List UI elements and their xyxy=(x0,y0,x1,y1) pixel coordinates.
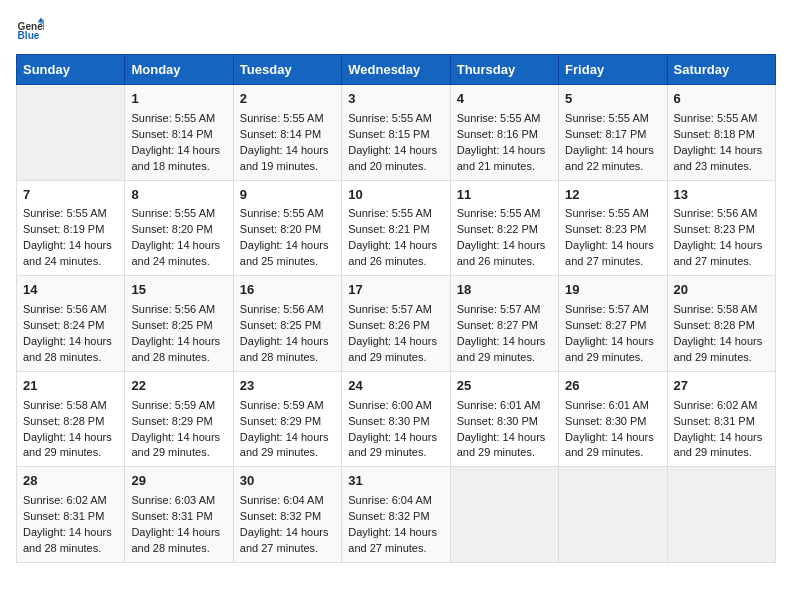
day-number: 5 xyxy=(565,90,660,109)
sunrise: Sunrise: 5:58 AM xyxy=(23,399,107,411)
sunset: Sunset: 8:20 PM xyxy=(240,223,321,235)
sunset: Sunset: 8:27 PM xyxy=(565,319,646,331)
day-number: 3 xyxy=(348,90,443,109)
daylight: Daylight: 14 hours and 20 minutes. xyxy=(348,144,437,172)
day-number: 23 xyxy=(240,377,335,396)
day-number: 20 xyxy=(674,281,769,300)
daylight: Daylight: 14 hours and 27 minutes. xyxy=(348,526,437,554)
sunset: Sunset: 8:24 PM xyxy=(23,319,104,331)
daylight: Daylight: 14 hours and 29 minutes. xyxy=(457,431,546,459)
sunset: Sunset: 8:30 PM xyxy=(348,415,429,427)
svg-text:Blue: Blue xyxy=(18,30,40,41)
daylight: Daylight: 14 hours and 29 minutes. xyxy=(565,335,654,363)
sunrise: Sunrise: 5:58 AM xyxy=(674,303,758,315)
day-number: 31 xyxy=(348,472,443,491)
day-number: 21 xyxy=(23,377,118,396)
day-number: 17 xyxy=(348,281,443,300)
sunset: Sunset: 8:32 PM xyxy=(240,510,321,522)
day-number: 1 xyxy=(131,90,226,109)
daylight: Daylight: 14 hours and 29 minutes. xyxy=(674,335,763,363)
sunrise: Sunrise: 5:59 AM xyxy=(240,399,324,411)
sunrise: Sunrise: 6:01 AM xyxy=(565,399,649,411)
sunset: Sunset: 8:25 PM xyxy=(240,319,321,331)
daylight: Daylight: 14 hours and 29 minutes. xyxy=(348,431,437,459)
sunrise: Sunrise: 6:01 AM xyxy=(457,399,541,411)
week-row-3: 21Sunrise: 5:58 AMSunset: 8:28 PMDayligh… xyxy=(17,371,776,467)
day-number: 22 xyxy=(131,377,226,396)
day-number: 19 xyxy=(565,281,660,300)
sunrise: Sunrise: 6:02 AM xyxy=(23,494,107,506)
day-number: 28 xyxy=(23,472,118,491)
sunset: Sunset: 8:23 PM xyxy=(565,223,646,235)
sunrise: Sunrise: 5:55 AM xyxy=(240,112,324,124)
sunset: Sunset: 8:29 PM xyxy=(131,415,212,427)
day-number: 7 xyxy=(23,186,118,205)
calendar-cell: 31Sunrise: 6:04 AMSunset: 8:32 PMDayligh… xyxy=(342,467,450,563)
calendar-cell: 4Sunrise: 5:55 AMSunset: 8:16 PMDaylight… xyxy=(450,85,558,181)
header-sunday: Sunday xyxy=(17,55,125,85)
daylight: Daylight: 14 hours and 29 minutes. xyxy=(240,431,329,459)
day-number: 18 xyxy=(457,281,552,300)
daylight: Daylight: 14 hours and 29 minutes. xyxy=(674,431,763,459)
day-number: 8 xyxy=(131,186,226,205)
sunrise: Sunrise: 6:00 AM xyxy=(348,399,432,411)
calendar-cell xyxy=(450,467,558,563)
logo-icon: General Blue xyxy=(16,16,44,44)
day-number: 12 xyxy=(565,186,660,205)
sunset: Sunset: 8:20 PM xyxy=(131,223,212,235)
sunrise: Sunrise: 5:55 AM xyxy=(674,112,758,124)
calendar-cell: 10Sunrise: 5:55 AMSunset: 8:21 PMDayligh… xyxy=(342,180,450,276)
sunset: Sunset: 8:16 PM xyxy=(457,128,538,140)
sunrise: Sunrise: 6:03 AM xyxy=(131,494,215,506)
header-wednesday: Wednesday xyxy=(342,55,450,85)
sunset: Sunset: 8:19 PM xyxy=(23,223,104,235)
sunrise: Sunrise: 5:55 AM xyxy=(348,207,432,219)
day-number: 4 xyxy=(457,90,552,109)
calendar-cell: 8Sunrise: 5:55 AMSunset: 8:20 PMDaylight… xyxy=(125,180,233,276)
sunrise: Sunrise: 5:55 AM xyxy=(457,207,541,219)
header-tuesday: Tuesday xyxy=(233,55,341,85)
calendar-cell: 13Sunrise: 5:56 AMSunset: 8:23 PMDayligh… xyxy=(667,180,775,276)
sunset: Sunset: 8:15 PM xyxy=(348,128,429,140)
daylight: Daylight: 14 hours and 29 minutes. xyxy=(348,335,437,363)
week-row-1: 7Sunrise: 5:55 AMSunset: 8:19 PMDaylight… xyxy=(17,180,776,276)
daylight: Daylight: 14 hours and 29 minutes. xyxy=(23,431,112,459)
sunrise: Sunrise: 5:59 AM xyxy=(131,399,215,411)
sunrise: Sunrise: 5:55 AM xyxy=(131,112,215,124)
day-number: 10 xyxy=(348,186,443,205)
sunset: Sunset: 8:17 PM xyxy=(565,128,646,140)
day-number: 11 xyxy=(457,186,552,205)
daylight: Daylight: 14 hours and 25 minutes. xyxy=(240,239,329,267)
calendar-cell: 5Sunrise: 5:55 AMSunset: 8:17 PMDaylight… xyxy=(559,85,667,181)
day-number: 27 xyxy=(674,377,769,396)
calendar-cell: 29Sunrise: 6:03 AMSunset: 8:31 PMDayligh… xyxy=(125,467,233,563)
sunrise: Sunrise: 5:56 AM xyxy=(23,303,107,315)
calendar-cell: 25Sunrise: 6:01 AMSunset: 8:30 PMDayligh… xyxy=(450,371,558,467)
calendar-cell: 6Sunrise: 5:55 AMSunset: 8:18 PMDaylight… xyxy=(667,85,775,181)
daylight: Daylight: 14 hours and 27 minutes. xyxy=(240,526,329,554)
sunset: Sunset: 8:31 PM xyxy=(131,510,212,522)
calendar-cell: 28Sunrise: 6:02 AMSunset: 8:31 PMDayligh… xyxy=(17,467,125,563)
daylight: Daylight: 14 hours and 26 minutes. xyxy=(348,239,437,267)
logo: General Blue xyxy=(16,16,48,44)
header: General Blue xyxy=(16,16,776,44)
daylight: Daylight: 14 hours and 24 minutes. xyxy=(131,239,220,267)
header-thursday: Thursday xyxy=(450,55,558,85)
sunrise: Sunrise: 6:02 AM xyxy=(674,399,758,411)
sunrise: Sunrise: 5:55 AM xyxy=(131,207,215,219)
sunset: Sunset: 8:25 PM xyxy=(131,319,212,331)
daylight: Daylight: 14 hours and 21 minutes. xyxy=(457,144,546,172)
header-saturday: Saturday xyxy=(667,55,775,85)
sunset: Sunset: 8:28 PM xyxy=(674,319,755,331)
sunset: Sunset: 8:29 PM xyxy=(240,415,321,427)
calendar-cell: 20Sunrise: 5:58 AMSunset: 8:28 PMDayligh… xyxy=(667,276,775,372)
daylight: Daylight: 14 hours and 29 minutes. xyxy=(131,431,220,459)
sunrise: Sunrise: 5:57 AM xyxy=(348,303,432,315)
sunset: Sunset: 8:30 PM xyxy=(457,415,538,427)
sunrise: Sunrise: 5:56 AM xyxy=(131,303,215,315)
daylight: Daylight: 14 hours and 28 minutes. xyxy=(131,526,220,554)
sunrise: Sunrise: 6:04 AM xyxy=(348,494,432,506)
daylight: Daylight: 14 hours and 18 minutes. xyxy=(131,144,220,172)
calendar-cell xyxy=(667,467,775,563)
sunset: Sunset: 8:18 PM xyxy=(674,128,755,140)
